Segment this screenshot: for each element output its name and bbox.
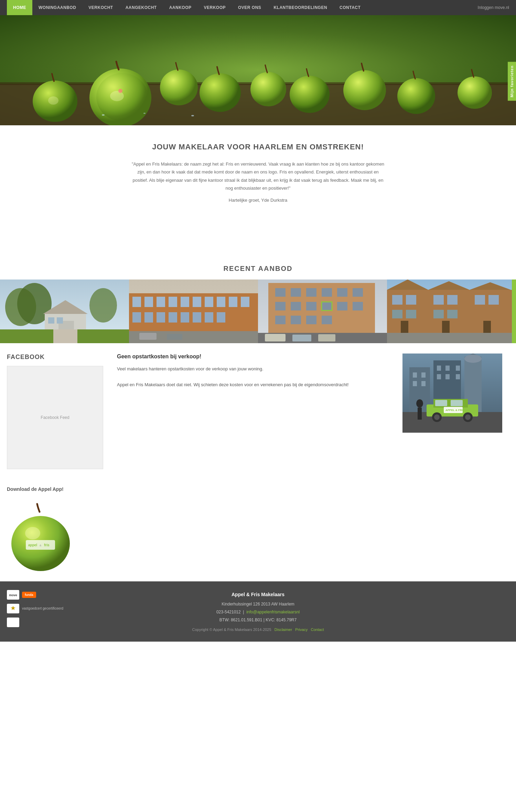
- move-badge: move: [7, 590, 19, 600]
- footer-btw: BTW: 8621.01.591.B01 | KVC: 8145.79R7: [192, 616, 324, 624]
- nav-link-over-ons[interactable]: OVER ONS: [232, 0, 267, 15]
- svg-rect-83: [433, 295, 444, 305]
- vastgoedcert-badge: [7, 604, 19, 613]
- svg-rect-37: [193, 297, 201, 307]
- nav-link-woningaanbod[interactable]: WONINGAANBOD: [32, 0, 82, 15]
- property-item-3[interactable]: [258, 280, 387, 343]
- svg-rect-35: [169, 297, 177, 307]
- nav-link-klantbeoordelingen[interactable]: KLANTBEOORDELINGEN: [267, 0, 333, 15]
- property-item-4[interactable]: [387, 280, 516, 343]
- footer-copyright: Copyright © Appel & Fris Makelaars 2014-…: [192, 626, 324, 633]
- svg-rect-89: [433, 310, 444, 318]
- svg-rect-90: [447, 310, 458, 318]
- svg-rect-70: [322, 316, 332, 324]
- nav-list: HOME WONINGAANBOD VERKOCHT AANGEKOCHT AA…: [7, 0, 478, 15]
- svg-text:appel: appel: [28, 543, 37, 547]
- fb-post: APPEL & FRIS Geen opstartkosten bij verk…: [117, 354, 502, 433]
- svg-rect-32: [132, 297, 141, 307]
- recent-aanbod-section: RECENT AANBOD: [0, 254, 516, 343]
- svg-rect-86: [488, 295, 499, 305]
- nav-item-home[interactable]: HOME: [7, 0, 32, 15]
- app-content: Download de Appel App!: [7, 486, 69, 571]
- svg-rect-48: [205, 312, 213, 323]
- svg-rect-60: [353, 288, 363, 297]
- svg-rect-73: [265, 334, 286, 341]
- property-img-2: [129, 280, 258, 343]
- nav-item-aangekocht[interactable]: AANGEKOCHT: [119, 0, 163, 15]
- nav-item-woningaanbod[interactable]: WONINGAANBOD: [32, 0, 82, 15]
- svg-point-18: [191, 115, 194, 116]
- svg-point-15: [458, 76, 492, 109]
- facebook-section: FACEBOOK Facebook Feed: [0, 343, 516, 479]
- fb-car-svg: APPEL & FRIS: [402, 354, 502, 433]
- footer: move funda vastgoedcert gecertificeerd: [0, 581, 516, 642]
- svg-rect-134: [8, 619, 18, 626]
- nav-link-verkocht[interactable]: VERKOCHT: [82, 0, 119, 15]
- property-img-3: [258, 280, 387, 343]
- svg-point-9: [160, 70, 198, 105]
- svg-rect-87: [392, 310, 402, 318]
- funda-badge[interactable]: funda: [22, 592, 36, 598]
- nav-link-verkoop[interactable]: VERKOOP: [198, 0, 232, 15]
- nav-item-verkoop[interactable]: VERKOOP: [198, 0, 232, 15]
- footer-phone: 023-5421012: [216, 610, 241, 614]
- footer-email-link[interactable]: info@appelenfrismakelaarsnl: [246, 610, 300, 614]
- vastgoedcert-label: vastgoedcert gecertificeerd: [22, 607, 63, 610]
- footer-contact-link[interactable]: Contact: [311, 628, 324, 632]
- fb-post-image: APPEL & FRIS: [402, 354, 502, 433]
- nav-link-home[interactable]: HOME: [7, 0, 32, 15]
- svg-rect-85: [475, 295, 485, 305]
- facebook-title: FACEBOOK: [7, 354, 103, 361]
- svg-rect-40: [229, 297, 237, 307]
- property-img-1: [0, 280, 129, 343]
- app-label: Download de Appel App!: [7, 486, 69, 492]
- footer-inner: move funda vastgoedcert gecertificeerd: [7, 590, 509, 633]
- svg-rect-43: [144, 312, 153, 323]
- apple-app-svg: appel & fris: [7, 495, 76, 578]
- svg-rect-33: [144, 297, 153, 307]
- svg-point-5: [110, 91, 124, 101]
- intro-signature: Hartelijke groet, Yde Durkstra: [131, 198, 385, 203]
- nav-item-klantbeoordelingen[interactable]: KLANTBEOORDELINGEN: [267, 0, 333, 15]
- property-item-2[interactable]: [129, 280, 258, 343]
- app-section: Download de Appel App!: [0, 479, 516, 581]
- nav-link-aankoop[interactable]: AANKOOP: [163, 0, 198, 15]
- svg-rect-74: [292, 335, 311, 341]
- footer-center: Appel & Fris Makelaars Kinderhulssingel …: [192, 590, 324, 633]
- svg-point-100: [464, 355, 482, 363]
- svg-rect-69: [306, 316, 316, 324]
- facebook-content: APPEL & FRIS Geen opstartkosten bij verk…: [110, 354, 509, 469]
- nav-item-verkocht[interactable]: VERKOCHT: [82, 0, 119, 15]
- nav-link-contact[interactable]: CONTACT: [333, 0, 367, 15]
- svg-text:fris: fris: [44, 543, 50, 547]
- nav-login[interactable]: Inloggen move.nl: [478, 5, 509, 10]
- nav-item-over-ons[interactable]: OVER ONS: [232, 0, 267, 15]
- svg-rect-106: [445, 366, 450, 371]
- intro-body: "Appel en Fris Makelaars: de naam zegt h…: [131, 160, 385, 192]
- footer-logo-apple: [7, 618, 93, 627]
- svg-rect-109: [445, 374, 450, 379]
- svg-rect-51: [139, 333, 157, 340]
- svg-rect-27: [57, 317, 63, 324]
- svg-rect-34: [157, 297, 165, 307]
- svg-point-121: [465, 414, 471, 420]
- svg-rect-105: [437, 366, 441, 371]
- svg-text:APPEL & FRIS: APPEL & FRIS: [445, 409, 465, 412]
- nav-item-aankoop[interactable]: AANKOOP: [163, 0, 198, 15]
- footer-disclaimer-link[interactable]: Disclaimer: [275, 628, 292, 632]
- nav-link-aangekocht[interactable]: AANGEKOCHT: [119, 0, 163, 15]
- footer-logo-move: move funda: [7, 590, 93, 600]
- footer-privacy-link[interactable]: Privacy: [295, 628, 308, 632]
- svg-point-125: [25, 527, 40, 539]
- svg-rect-107: [456, 366, 460, 371]
- svg-rect-41: [241, 297, 249, 307]
- sidebar-favorites[interactable]: Mijn favorieten: [508, 62, 516, 101]
- svg-rect-104: [421, 381, 426, 386]
- apple-store-badge: [7, 618, 19, 627]
- svg-rect-44: [157, 312, 165, 323]
- svg-rect-88: [406, 310, 416, 318]
- nav-item-contact[interactable]: CONTACT: [333, 0, 367, 15]
- property-item-1[interactable]: [0, 280, 129, 343]
- svg-rect-59: [337, 288, 347, 297]
- svg-rect-64: [322, 302, 332, 310]
